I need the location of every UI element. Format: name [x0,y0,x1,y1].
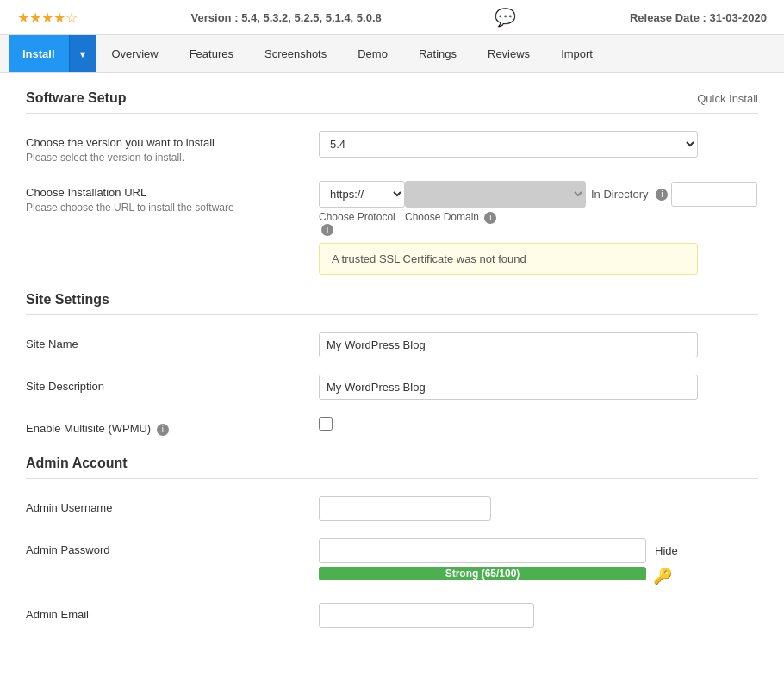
url-sub-labels: Choose Protocol i Choose Domain i [319,211,758,236]
url-control: https:// http:// In Directory i Choose P… [319,181,758,275]
version-label-text: Version : 5.4, 5.3.2, 5.2.5, 5.1.4, 5.0.… [191,11,382,24]
version-label-title: Choose the version you want to install [26,136,319,149]
version-select[interactable]: 5.4 5.3.2 5.2.5 5.1.4 5.0.8 [319,131,698,158]
admin-account-title: Admin Account [26,456,128,471]
admin-email-control [319,603,758,628]
admin-account-section: Admin Account Admin Username Admin Passw… [26,456,758,628]
tab-overview[interactable]: Overview [96,35,173,72]
site-desc-row: Site Description [26,375,758,400]
tab-demo[interactable]: Demo [342,35,403,72]
admin-username-input[interactable] [319,496,491,521]
choose-domain-label: Choose Domain i [405,211,586,236]
directory-input[interactable] [671,182,757,207]
site-settings-header: Site Settings [26,292,758,315]
site-settings-section: Site Settings Site Name Site Description [26,292,758,438]
admin-username-label-title: Admin Username [26,501,319,514]
choose-protocol-label: Choose Protocol i [319,211,405,236]
ssl-warning: A trusted SSL Certificate was not found [319,243,698,275]
site-desc-input[interactable] [319,375,698,400]
admin-email-label-title: Admin Email [26,608,319,621]
multisite-row: Enable Multisite (WPMU) i [26,417,758,438]
site-name-label: Site Name [26,332,319,353]
admin-password-label: Admin Password [26,538,319,559]
admin-username-control [319,496,758,521]
tab-features[interactable]: Features [174,35,249,72]
tab-install[interactable]: Install [9,35,69,72]
admin-password-input[interactable] [319,538,646,563]
version-label-desc: Please select the version to install. [26,152,319,164]
url-label-desc: Please choose the URL to install the sof… [26,202,319,214]
site-name-input[interactable] [319,332,698,357]
software-setup-header: Software Setup Quick Install [26,90,758,114]
multisite-checkbox[interactable] [319,417,333,431]
release-info: Release Date : 31-03-2020 [630,11,767,24]
multisite-control [319,417,758,431]
url-row: Choose Installation URL Please choose th… [26,181,758,275]
generate-password-icon[interactable]: 🔑 [653,567,672,586]
admin-account-header: Admin Account [26,456,758,479]
site-name-label-title: Site Name [26,338,319,351]
star-rating: ★★★★☆ [17,9,78,26]
tab-ratings[interactable]: Ratings [403,35,472,72]
admin-email-input[interactable] [319,603,534,628]
url-label: Choose Installation URL Please choose th… [26,181,319,214]
chat-icon: 💬 [495,7,516,28]
site-desc-control [319,375,758,400]
in-directory-info-icon[interactable]: i [656,189,668,201]
version-control: 5.4 5.3.2 5.2.5 5.1.4 5.0.8 [319,131,758,158]
site-name-row: Site Name [26,332,758,357]
url-inputs-row: https:// http:// In Directory i [319,181,758,208]
domain-info-icon[interactable]: i [484,212,496,224]
nav-tabs: Install ▼ Overview Features Screenshots … [0,35,784,73]
site-settings-title: Site Settings [26,292,109,307]
password-strength-bar: Strong (65/100) [319,567,646,580]
admin-password-row: Admin Password Hide Strong (65/100) 🔑 [26,538,758,586]
quick-install-link[interactable]: Quick Install [697,92,758,105]
protocol-info-icon[interactable]: i [321,224,333,236]
password-wrapper: Hide [319,538,758,563]
protocol-select[interactable]: https:// http:// [319,181,405,208]
software-setup-title: Software Setup [26,90,126,106]
admin-username-row: Admin Username [26,496,758,521]
main-content: Software Setup Quick Install Choose the … [0,73,784,662]
version-info: Version : 5.4, 5.3.2, 5.2.5, 5.1.4, 5.0.… [191,11,382,24]
hide-password-link[interactable]: Hide [655,544,678,557]
site-desc-label-title: Site Description [26,380,319,393]
install-tab-wrapper: Install ▼ [9,35,96,72]
tab-screenshots[interactable]: Screenshots [249,35,342,72]
strength-row: Strong (65/100) 🔑 [319,563,758,586]
url-label-title: Choose Installation URL [26,186,319,199]
admin-email-row: Admin Email [26,603,758,628]
header-bar: ★★★★☆ Version : 5.4, 5.3.2, 5.2.5, 5.1.4… [0,0,784,35]
domain-select[interactable] [405,181,586,208]
admin-password-control: Hide Strong (65/100) 🔑 [319,538,758,586]
version-row: Choose the version you want to install P… [26,131,758,164]
admin-username-label: Admin Username [26,496,319,517]
in-directory-label: In Directory [591,188,648,201]
tab-import[interactable]: Import [545,35,608,72]
admin-password-label-title: Admin Password [26,543,319,556]
site-desc-label: Site Description [26,375,319,395]
install-dropdown-button[interactable]: ▼ [69,35,96,72]
multisite-info-icon[interactable]: i [157,424,169,436]
version-label: Choose the version you want to install P… [26,131,319,164]
tab-reviews[interactable]: Reviews [472,35,545,72]
site-name-control [319,332,758,357]
multisite-label: Enable Multisite (WPMU) i [26,417,319,438]
admin-email-label: Admin Email [26,603,319,624]
multisite-label-title: Enable Multisite (WPMU) i [26,422,319,436]
